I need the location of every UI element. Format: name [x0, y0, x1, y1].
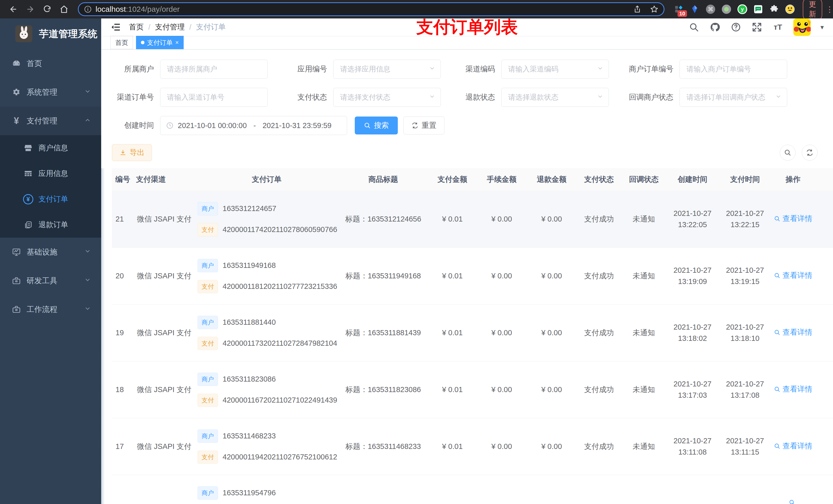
command-glyph: ⌘: [708, 6, 713, 13]
cell-pay-order: 商户 1635311954796 支付: [195, 486, 338, 504]
filter-pay-status: 支付状态: [277, 88, 441, 107]
help-icon[interactable]: [730, 22, 742, 33]
cell-pay-order: 商户 1635311468233 支付 42000011942021102767…: [195, 430, 338, 464]
view-detail-link[interactable]: 查看详情: [774, 270, 812, 281]
bookmark-star-icon[interactable]: [650, 5, 659, 14]
filter-label: 回调商户状态: [618, 92, 680, 102]
app-select[interactable]: [333, 60, 441, 79]
forward-icon[interactable]: [23, 2, 38, 16]
column-header: 回调状态: [621, 168, 666, 191]
back-icon[interactable]: [6, 2, 21, 16]
chevron-up-icon: [84, 117, 91, 125]
extension-y-icon[interactable]: y: [737, 4, 747, 14]
notify-status-select[interactable]: [680, 88, 787, 107]
merchant-tag: 商户: [197, 430, 218, 443]
filter-label: 退款状态: [450, 92, 501, 102]
sidebar-item-home[interactable]: 首页: [0, 49, 101, 78]
view-detail-link[interactable]: [789, 499, 798, 504]
home-icon[interactable]: [57, 2, 71, 16]
share-icon[interactable]: [633, 5, 642, 14]
extension-kite-icon[interactable]: [690, 4, 700, 14]
sidebar-item-workflow[interactable]: 工作流程: [0, 295, 101, 324]
logo-avatar: [15, 25, 32, 42]
cell-paid: 2021-10-27 13:19:15: [719, 265, 771, 287]
refresh-button[interactable]: [802, 145, 818, 161]
shop-icon: [23, 143, 33, 153]
address-bar[interactable]: localhost:1024/pay/order: [78, 2, 664, 16]
close-icon[interactable]: ×: [175, 39, 179, 46]
extension-chat-icon[interactable]: [753, 4, 763, 14]
sidebar-item-system[interactable]: 系统管理: [0, 78, 101, 106]
tag-home[interactable]: 首页: [111, 36, 133, 49]
cell-action: 查看详情: [771, 384, 815, 396]
fullscreen-icon[interactable]: [751, 22, 763, 33]
channel-code-select[interactable]: [501, 60, 609, 79]
pay-status-select[interactable]: [333, 88, 441, 107]
sidebar-item-payment[interactable]: ¥ 支付管理: [0, 106, 101, 135]
tag-pay-order[interactable]: 支付订单 ×: [136, 36, 184, 49]
breadcrumb-home[interactable]: 首页: [129, 22, 144, 32]
site-info-icon[interactable]: [84, 5, 92, 13]
active-dot: [141, 41, 144, 44]
export-button[interactable]: 导出: [112, 144, 152, 161]
sidebar-logo[interactable]: 芋道管理系统: [0, 19, 101, 49]
yen-icon: ¥: [11, 116, 22, 126]
pay-tag: 支付: [197, 280, 218, 293]
sidebar-item-label: 首页: [27, 58, 91, 69]
extension-grey-dot-icon[interactable]: [721, 4, 732, 14]
breadcrumb-payment: 支付管理: [155, 22, 185, 32]
extension-emoji-icon[interactable]: [785, 4, 795, 14]
view-detail-link[interactable]: 查看详情: [774, 384, 812, 395]
cell-notify: 未通知: [621, 384, 666, 395]
cell-amount: ¥ 0.01: [428, 441, 477, 452]
merchant-order-no: 1635311823086: [222, 374, 276, 385]
reset-button[interactable]: 重置: [403, 117, 445, 135]
sidebar-item-refund-order[interactable]: 退款订单: [0, 212, 101, 238]
channel-order-no-input[interactable]: [160, 88, 268, 107]
extension-row: 10 ⌘ y: [674, 4, 795, 14]
search-icon[interactable]: [688, 22, 699, 33]
sidebar-item-devtools[interactable]: 研发工具: [0, 266, 101, 295]
filter-label: 商户订单编号: [618, 64, 680, 74]
reload-icon[interactable]: [40, 2, 54, 16]
extension-diamond-icon[interactable]: 10: [674, 4, 684, 14]
sidebar-item-infra[interactable]: 基础设施: [0, 238, 101, 266]
sidebar-item-merchant-info[interactable]: 商户信息: [0, 135, 101, 161]
cell-pay-order: 商户 1635311823086 支付 42000011672021102710…: [195, 373, 338, 407]
table-row: 20 微信 JSAPI 支付 商户 1635311949168 支付 42000…: [112, 248, 833, 305]
cell-amount: ¥ 0.01: [428, 327, 477, 339]
chevron-down-icon: [597, 93, 603, 101]
filter-channel-code: 渠道编码: [450, 60, 609, 79]
table-header: 编号支付渠道支付订单商品标题支付金额手续金额退款金额支付状态回调状态创建时间支付…: [112, 168, 833, 191]
cell-refund: ¥ 0.00: [527, 441, 577, 452]
view-detail-link[interactable]: 查看详情: [774, 213, 812, 224]
search-button[interactable]: 搜索: [355, 117, 398, 135]
user-avatar[interactable]: [793, 19, 811, 36]
table-row: 18 微信 JSAPI 支付 商户 1635311823086 支付 42000…: [112, 361, 833, 418]
cell-refund: ¥ 0.00: [527, 327, 577, 339]
filter-label: 支付状态: [277, 92, 333, 102]
merchant-input[interactable]: [160, 60, 268, 79]
toggle-search-button[interactable]: [780, 145, 795, 161]
extension-command-icon[interactable]: ⌘: [706, 4, 716, 14]
breadcrumb: 首页 / 支付管理 / 支付订单: [129, 22, 226, 32]
avatar-caret-icon[interactable]: ▾: [820, 23, 824, 31]
view-detail-link[interactable]: 查看详情: [774, 327, 812, 338]
sidebar-collapse-icon[interactable]: [111, 22, 122, 33]
filter-merchant-order-no: 商户订单编号: [618, 60, 787, 79]
view-detail-link[interactable]: 查看详情: [774, 440, 812, 452]
gear-icon: [11, 87, 22, 97]
font-size-icon[interactable]: тT: [772, 22, 784, 33]
refund-status-select[interactable]: [501, 88, 609, 107]
column-header: 商品标题: [338, 168, 428, 191]
date-range-input[interactable]: 2021-10-01 00:00:00 - 2021-10-31 23:59:5…: [160, 116, 347, 135]
sidebar-item-app-info[interactable]: 应用信息: [0, 161, 101, 187]
merchant-order-no-input[interactable]: [680, 60, 787, 79]
sidebar-item-pay-order[interactable]: ¥ 支付订单: [0, 187, 101, 212]
sidebar-item-label: 商户信息: [39, 143, 91, 153]
browser-menu-icon[interactable]: ⋮: [826, 5, 833, 14]
github-icon[interactable]: [709, 22, 720, 33]
cell-fee: ¥ 0.00: [477, 441, 527, 452]
extension-puzzle-icon[interactable]: [769, 4, 779, 14]
chevron-down-icon: [776, 93, 782, 101]
